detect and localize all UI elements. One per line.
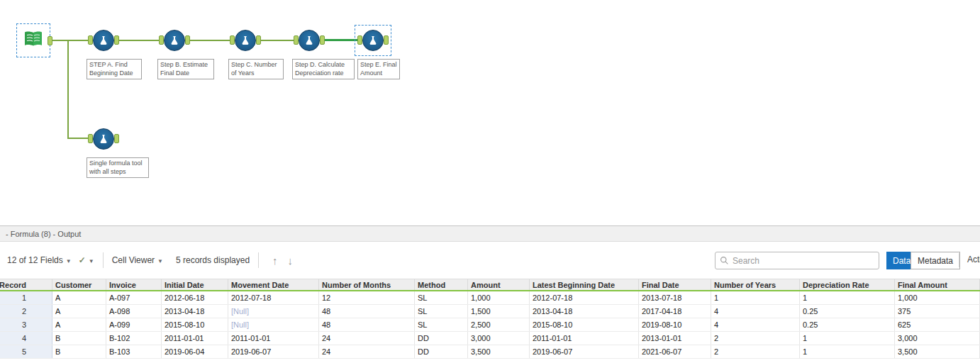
table-row[interactable]: 5BB-1032019-06-042019-06-0724DD3,5002019… <box>0 345 980 359</box>
tool-annotation[interactable]: STEP A. Find Beginning Date <box>87 59 142 79</box>
arrow-up-icon[interactable]: ↑ <box>272 255 278 267</box>
input-anchor[interactable] <box>357 35 362 45</box>
formula-tool-step-e[interactable] <box>357 30 389 51</box>
table-cell[interactable]: 48 <box>319 305 415 318</box>
table-cell[interactable]: 2 <box>711 332 800 345</box>
output-anchor[interactable] <box>256 35 261 45</box>
table-cell[interactable]: 2013-07-18 <box>639 291 711 304</box>
connection-wire-selected[interactable] <box>325 39 357 41</box>
output-anchor[interactable] <box>114 35 119 45</box>
input-data-tool[interactable] <box>16 23 50 57</box>
table-cell[interactable]: 24 <box>319 345 415 358</box>
table-cell[interactable]: 3,500 <box>468 345 530 358</box>
table-cell[interactable]: 1 <box>800 345 895 358</box>
table-cell[interactable]: A-098 <box>106 305 162 318</box>
column-header[interactable]: Number of Months <box>319 279 415 290</box>
tool-annotation[interactable]: Step E. Final Amount <box>357 59 400 79</box>
arrow-down-icon[interactable]: ↓ <box>288 255 294 267</box>
column-header[interactable]: Amount <box>468 279 530 290</box>
table-cell[interactable]: 2012-07-18 <box>530 291 639 304</box>
column-header[interactable]: Depreciation Rate <box>800 279 895 290</box>
table-cell[interactable]: A <box>52 291 106 304</box>
formula-tool-single[interactable] <box>88 128 119 150</box>
input-anchor[interactable] <box>294 35 299 45</box>
table-cell[interactable]: 2019-06-04 <box>162 345 228 358</box>
fields-dropdown[interactable]: 12 of 12 Fields▼ <box>7 255 72 265</box>
formula-tool-step-c[interactable] <box>230 30 261 51</box>
record-number-cell[interactable]: 1 <box>0 291 52 304</box>
table-cell[interactable]: 2013-04-18 <box>530 305 639 318</box>
table-row[interactable]: 1AA-0972012-06-182012-07-1812SL1,0002012… <box>0 291 980 305</box>
column-header[interactable]: Final Date <box>639 279 711 290</box>
table-cell[interactable]: 1 <box>711 291 800 304</box>
connection-wire[interactable] <box>51 40 69 41</box>
table-cell[interactable]: [Null] <box>228 318 319 331</box>
formula-tool-step-b[interactable] <box>159 30 190 51</box>
metadata-tab-button[interactable]: Metadata <box>911 252 960 269</box>
table-cell[interactable]: 2013-04-18 <box>162 305 228 318</box>
column-header[interactable]: Movement Date <box>228 279 319 290</box>
table-cell[interactable]: DD <box>415 332 468 345</box>
output-anchor[interactable] <box>185 35 190 45</box>
connection-wire[interactable] <box>67 138 88 139</box>
tool-annotation[interactable]: Step C. Number of Years <box>228 59 284 79</box>
search-input[interactable] <box>733 256 874 266</box>
table-cell[interactable]: A-099 <box>106 318 162 331</box>
table-cell[interactable]: 2013-01-01 <box>639 332 711 345</box>
input-anchor[interactable] <box>230 35 235 45</box>
table-cell[interactable]: 0.25 <box>800 305 895 318</box>
output-anchor[interactable] <box>114 134 119 143</box>
table-cell[interactable]: B-102 <box>106 332 162 345</box>
column-header[interactable]: Record <box>0 279 52 290</box>
connection-wire[interactable] <box>261 40 294 41</box>
table-cell[interactable]: 4 <box>711 318 800 331</box>
search-box[interactable] <box>715 252 879 269</box>
table-cell[interactable]: 2019-06-07 <box>530 345 639 358</box>
formula-tool-step-a[interactable] <box>88 30 119 51</box>
table-cell[interactable]: 3,000 <box>895 332 980 345</box>
table-cell[interactable]: B <box>52 345 106 358</box>
output-anchor[interactable] <box>48 36 52 45</box>
table-cell[interactable]: 625 <box>895 318 980 331</box>
table-cell[interactable]: 2021-06-07 <box>639 345 711 358</box>
table-cell[interactable]: 2011-01-01 <box>530 332 639 345</box>
column-header[interactable]: Number of Years <box>711 279 800 290</box>
table-cell[interactable]: 2012-07-18 <box>228 291 319 304</box>
tool-annotation[interactable]: Single formula tool with all steps <box>87 157 149 178</box>
table-cell[interactable]: [Null] <box>228 305 319 318</box>
field-select-check-icon[interactable]: ✓▼ <box>79 255 94 265</box>
input-anchor[interactable] <box>159 35 164 45</box>
table-cell[interactable]: 24 <box>319 332 415 345</box>
table-cell[interactable]: 1,500 <box>468 305 530 318</box>
table-cell[interactable]: 1,000 <box>468 291 530 304</box>
column-header[interactable]: Invoice <box>106 279 162 290</box>
actions-button[interactable]: Actions <box>967 255 980 264</box>
connection-wire[interactable] <box>190 40 230 41</box>
table-cell[interactable]: 1 <box>800 332 895 345</box>
table-cell[interactable]: SL <box>415 291 468 304</box>
table-cell[interactable]: 3,500 <box>895 345 980 358</box>
table-cell[interactable]: 2011-01-01 <box>228 332 319 345</box>
table-cell[interactable]: SL <box>415 305 468 318</box>
table-cell[interactable]: 0.25 <box>800 318 895 331</box>
record-number-cell[interactable]: 5 <box>0 345 52 358</box>
connection-wire[interactable] <box>119 40 159 41</box>
table-cell[interactable]: 1 <box>800 291 895 304</box>
table-row[interactable]: 4BB-1022011-01-012011-01-0124DD3,0002011… <box>0 332 980 345</box>
table-cell[interactable]: B-103 <box>106 345 162 358</box>
table-cell[interactable]: 2019-06-07 <box>228 345 319 358</box>
table-cell[interactable]: 3,000 <box>468 332 530 345</box>
table-cell[interactable]: SL <box>415 318 468 331</box>
input-anchor[interactable] <box>88 134 93 143</box>
table-cell[interactable]: 2,500 <box>468 318 530 331</box>
column-header[interactable]: Customer <box>52 279 106 290</box>
record-number-cell[interactable]: 2 <box>0 305 52 318</box>
table-cell[interactable]: 1,000 <box>895 291 980 304</box>
table-cell[interactable]: 2017-04-18 <box>639 305 711 318</box>
table-cell[interactable]: A-097 <box>106 291 162 304</box>
column-header[interactable]: Final Amount <box>895 279 980 290</box>
table-cell[interactable]: DD <box>415 345 468 358</box>
table-cell[interactable]: 12 <box>319 291 415 304</box>
table-cell[interactable]: 2012-06-18 <box>162 291 228 304</box>
column-header[interactable]: Method <box>415 279 468 290</box>
